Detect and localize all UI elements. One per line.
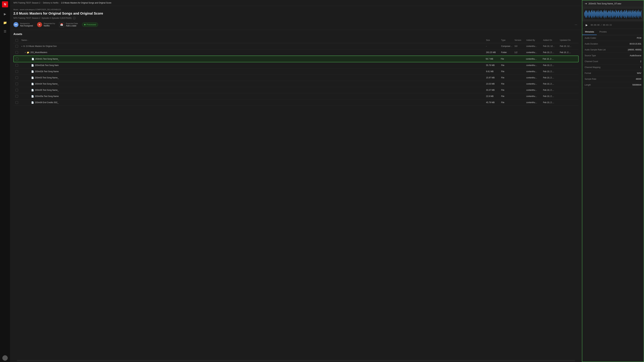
expand-arrow[interactable]: ▾ [25,52,26,53]
row-checkbox[interactable] [16,89,18,91]
svg-rect-7 [588,13,588,15]
svg-rect-39 [604,11,604,17]
sidebar: N ▶ 📁 ☰ [0,0,10,362]
right-panel: ⇥ 203m01 Test Song Name_ST.wav [582,0,644,362]
row-name-cell: 📄 203m02ab Test Song Nam [22,64,486,67]
processed-dot [84,24,86,25]
metadata-key: Source Type [585,54,606,57]
panel-tabs: Metadata Proxies [582,29,644,35]
svg-rect-35 [602,12,602,16]
row-name-text: 203m05 Test Song Name_ [35,89,59,91]
row-type: Folder [501,51,514,54]
sidebar-icon-play[interactable]: ▶ [2,11,8,17]
table-row[interactable]: 📄 203m03 Test Song Name_ 15.97 MB File c… [14,75,578,81]
row-checkbox[interactable] [16,95,18,98]
row-checkbox[interactable] [16,45,18,47]
row-checkbox[interactable] [16,101,18,104]
assigned-to-item: NA Assigned to Not Assigned [14,22,33,27]
row-type: Composer… [501,45,514,47]
row-added-by: contenthu… [526,64,543,66]
row-checkbox[interactable] [16,70,18,73]
table-row[interactable]: 📄 203m06 End Credits S02_ 45.79 MB File … [14,99,578,106]
svg-rect-18 [593,11,594,17]
svg-rect-53 [611,12,612,16]
svg-rect-84 [627,11,627,17]
row-size: - [486,45,501,47]
tab-metadata[interactable]: Metadata [582,29,597,35]
svg-rect-109 [640,12,640,16]
row-checkbox[interactable] [16,51,18,54]
row-checkbox[interactable] [16,64,18,67]
row-checkbox[interactable] [16,76,18,79]
table-row[interactable]: 📄 203m05 Test Song Name_ 33.37 MB File c… [14,87,578,93]
table-row[interactable]: 📄 203m01 Test Song Name_ 56.7 MB File co… [14,56,578,62]
svg-rect-72 [621,10,621,18]
svg-rect-86 [628,11,628,17]
table-row[interactable]: 📄 203m04 Test Song Name_ 23.03 MB File c… [14,81,578,87]
requested-by-info: Requested by Netflix [44,22,55,27]
expand-arrow[interactable]: ▾ [22,45,22,47]
horizontal-scrollbar[interactable] [17,360,575,361]
metadata-row: Channel Mapping 1 [582,64,644,70]
table-row[interactable]: ▾ 📁 203_MusicMasters 263.25 MB Folder 1.… [14,49,578,56]
sidebar-icon-folder[interactable]: 📁 [2,20,8,25]
row-added-on: Feb 10, 2:… [543,64,560,66]
row-name-text: 203m03 Test Song Name_ [35,76,59,79]
file-icon: 📄 [31,70,34,73]
svg-rect-52 [611,11,611,16]
svg-rect-74 [622,11,622,16]
play-button[interactable]: ▶ [584,23,589,27]
svg-rect-98 [634,11,634,17]
table-row[interactable]: 📄 203m05a Test Song Name 22.8 MB File co… [14,93,578,99]
svg-rect-46 [608,12,608,16]
metadata-value: [48000, 48000] [628,48,641,51]
breadcrumb-item-1[interactable]: NPS Training TEST: Season 2 [14,2,40,4]
svg-rect-91 [630,12,631,16]
svg-rect-85 [628,12,628,16]
row-checkbox[interactable] [16,58,18,60]
requested-by-item: N Requested by Netflix [37,22,55,27]
row-checkbox-cell [16,64,22,67]
requested-avatar: N [37,22,42,27]
breadcrumb-item-2[interactable]: Delivery to Netflix [43,2,58,4]
row-checkbox[interactable] [16,83,18,85]
tab-proxies[interactable]: Proxies [597,29,609,35]
metadata-key: Audio Sample Rate List [585,48,606,51]
file-icon: 📄 [32,58,34,60]
svg-rect-66 [618,11,618,17]
table-body: ▾ ⧉ 2.0 Music Masters for Original Son -… [14,43,578,106]
svg-rect-88 [629,12,629,16]
waveform-container [582,7,644,21]
table-row[interactable]: 📄 203m02b Test Song Name 9.81 MB File co… [14,68,578,75]
svg-rect-95 [632,11,633,17]
svg-rect-107 [638,10,639,18]
audio-controls: ▶ 00:00:00 / 00:03:15 [582,21,644,29]
svg-rect-14 [591,10,592,18]
table-row[interactable]: ▾ ⧉ 2.0 Music Masters for Original Son -… [14,43,578,49]
svg-rect-2 [585,11,586,17]
svg-rect-80 [625,10,625,18]
expected-date-value[interactable]: Add a date [66,24,78,27]
sidebar-icon-list[interactable]: ☰ [2,29,8,34]
row-name-cell: 📄 203m06 End Credits S02_ [22,101,486,104]
assigned-to-label: Assigned to [20,22,33,24]
select-all-checkbox[interactable] [16,39,18,42]
row-name-text: 203m04 Test Song Name_ [35,83,59,85]
svg-rect-30 [600,11,600,17]
svg-rect-64 [617,10,617,18]
metadata-row: Audio Codec PCM [582,35,644,41]
assigned-to-value[interactable]: Not Assigned [20,24,33,27]
info-icon[interactable]: i [73,17,76,19]
svg-rect-28 [598,11,599,16]
header-type: Type [501,39,514,42]
meta-project: NPS Training TEST: Season 2 [14,17,40,19]
user-avatar[interactable] [2,355,8,361]
header-updated-on: Updated On [560,39,576,42]
row-checkbox-cell [16,101,22,104]
svg-rect-32 [600,12,601,16]
more-menu-button[interactable]: ··· [574,22,578,27]
metadata-value: PCM [637,37,641,39]
netflix-logo[interactable]: N [2,1,8,7]
metadata-row: Length 56699644 [582,82,644,88]
table-row[interactable]: 📄 203m02ab Test Song Nam 55.78 MB File c… [14,62,578,68]
